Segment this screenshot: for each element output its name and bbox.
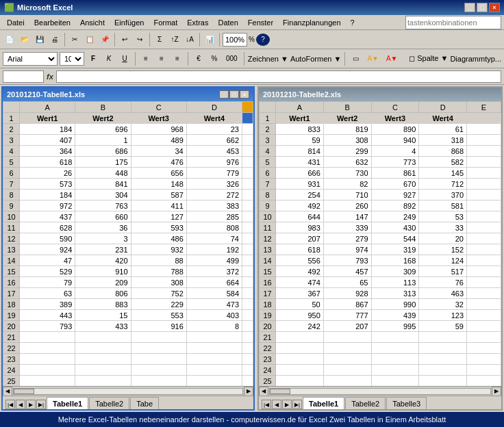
w1-cell-e-21[interactable] — [242, 332, 253, 343]
w2-tab-first[interactable]: |◀ — [262, 400, 271, 409]
table-row[interactable]: 983 — [276, 222, 324, 233]
table-row[interactable] — [467, 343, 501, 354]
table-row[interactable] — [419, 332, 467, 343]
table-row[interactable]: 556 — [276, 255, 324, 266]
table-row[interactable]: 47 — [20, 255, 75, 266]
w1-minimize[interactable]: _ — [219, 90, 229, 99]
w1-cell-e-11[interactable] — [242, 222, 253, 233]
chart-button[interactable]: 📊 — [203, 32, 216, 47]
table-row[interactable]: 184 — [20, 190, 75, 200]
table-row[interactable] — [467, 376, 501, 387]
table-row[interactable] — [467, 299, 501, 310]
table-row[interactable] — [20, 365, 75, 376]
table-row[interactable]: 403 — [186, 310, 242, 321]
menu-format[interactable]: Format — [149, 17, 181, 28]
table-row[interactable]: 26 — [20, 168, 75, 179]
table-row[interactable]: 59 — [419, 321, 467, 332]
table-row[interactable]: 486 — [131, 233, 186, 244]
formula-input[interactable] — [56, 70, 501, 83]
menu-finanzplanungen[interactable]: Finanzplanungen — [279, 17, 344, 28]
table-row[interactable]: 254 — [276, 190, 324, 200]
w2-tab-prev[interactable]: ◀ — [272, 400, 281, 409]
table-row[interactable] — [186, 354, 242, 365]
table-row[interactable]: 868 — [419, 146, 467, 157]
w2-sheet-tabelle1[interactable]: Tabelle1 — [303, 397, 344, 409]
table-row[interactable]: 544 — [371, 233, 419, 244]
table-row[interactable]: 88 — [131, 255, 186, 266]
table-row[interactable]: 928 — [323, 288, 371, 299]
table-row[interactable]: 666 — [276, 168, 324, 179]
table-row[interactable]: 372 — [186, 266, 242, 277]
table-row[interactable]: 4 — [371, 146, 419, 157]
w1-cell-e-10[interactable] — [242, 211, 253, 222]
table-row[interactable] — [276, 332, 324, 343]
menu-help[interactable]: ? — [346, 17, 359, 28]
table-row[interactable]: 581 — [419, 200, 467, 211]
table-row[interactable]: 407 — [20, 135, 75, 146]
w1-cell-e-15[interactable] — [242, 266, 253, 277]
table-row[interactable]: 861 — [371, 168, 419, 179]
table-row[interactable]: 476 — [131, 157, 186, 168]
table-row[interactable]: Wert2 — [75, 113, 131, 124]
currency-button[interactable]: € — [192, 51, 205, 66]
table-row[interactable]: 814 — [276, 146, 324, 157]
zoom-input[interactable] — [223, 33, 247, 47]
table-row[interactable] — [467, 354, 501, 365]
table-row[interactable] — [20, 354, 75, 365]
table-row[interactable]: 867 — [323, 299, 371, 310]
table-row[interactable]: 389 — [20, 299, 75, 310]
table-row[interactable]: 272 — [186, 190, 242, 200]
w1-cell-e-6[interactable] — [242, 168, 253, 179]
table-row[interactable]: 63 — [20, 288, 75, 299]
table-row[interactable]: 670 — [371, 179, 419, 190]
table-row[interactable]: 940 — [371, 135, 419, 146]
table-row[interactable] — [467, 124, 501, 135]
table-row[interactable]: 628 — [20, 222, 75, 233]
w1-cell-e-24[interactable] — [242, 365, 253, 376]
save-button[interactable]: 💾 — [33, 32, 47, 47]
table-row[interactable] — [20, 332, 75, 343]
table-row[interactable]: 74 — [186, 233, 242, 244]
align-left-button[interactable]: ≡ — [139, 51, 153, 66]
table-row[interactable]: 411 — [131, 200, 186, 211]
w1-cell-e-19[interactable] — [242, 310, 253, 321]
table-row[interactable]: 806 — [75, 288, 131, 299]
table-row[interactable]: 573 — [20, 179, 75, 190]
table-row[interactable]: 712 — [419, 179, 467, 190]
fill-button[interactable]: A▼ — [364, 51, 381, 66]
menu-ansicht[interactable]: Ansicht — [76, 17, 109, 28]
table-row[interactable] — [371, 365, 419, 376]
percent-button[interactable]: % — [207, 51, 221, 66]
table-row[interactable]: 931 — [276, 179, 324, 190]
cell-reference[interactable]: E1 — [3, 70, 44, 83]
table-row[interactable]: 453 — [186, 146, 242, 157]
table-row[interactable]: 364 — [20, 146, 75, 157]
menu-fenster[interactable]: Fenster — [244, 17, 277, 28]
w1-sheet-tabelle2[interactable]: Tabelle2 — [89, 397, 129, 409]
w1-scroll-track-h[interactable] — [13, 388, 243, 395]
table-row[interactable]: 819 — [323, 124, 371, 135]
table-row[interactable] — [186, 376, 242, 387]
table-row[interactable] — [371, 332, 419, 343]
table-row[interactable]: 15 — [75, 310, 131, 321]
table-row[interactable]: 696 — [75, 124, 131, 135]
align-right-button[interactable]: ≡ — [171, 51, 184, 66]
table-row[interactable] — [186, 332, 242, 343]
table-row[interactable]: 927 — [371, 190, 419, 200]
table-row[interactable] — [467, 135, 501, 146]
w1-sheet-tabe[interactable]: Tabe — [130, 397, 159, 409]
w2-col-E[interactable]: E — [467, 102, 501, 113]
table-row[interactable]: 976 — [186, 157, 242, 168]
table-row[interactable]: 50 — [276, 299, 324, 310]
table-row[interactable]: 420 — [75, 255, 131, 266]
table-row[interactable]: 23 — [186, 124, 242, 135]
table-row[interactable]: 260 — [323, 200, 371, 211]
table-row[interactable] — [467, 200, 501, 211]
table-row[interactable] — [75, 332, 131, 343]
table-row[interactable] — [467, 277, 501, 288]
table-row[interactable]: 632 — [323, 157, 371, 168]
table-row[interactable]: 662 — [186, 135, 242, 146]
table-row[interactable]: 370 — [419, 190, 467, 200]
w1-tab-last[interactable]: ▶| — [36, 400, 46, 409]
table-row[interactable]: 890 — [371, 124, 419, 135]
